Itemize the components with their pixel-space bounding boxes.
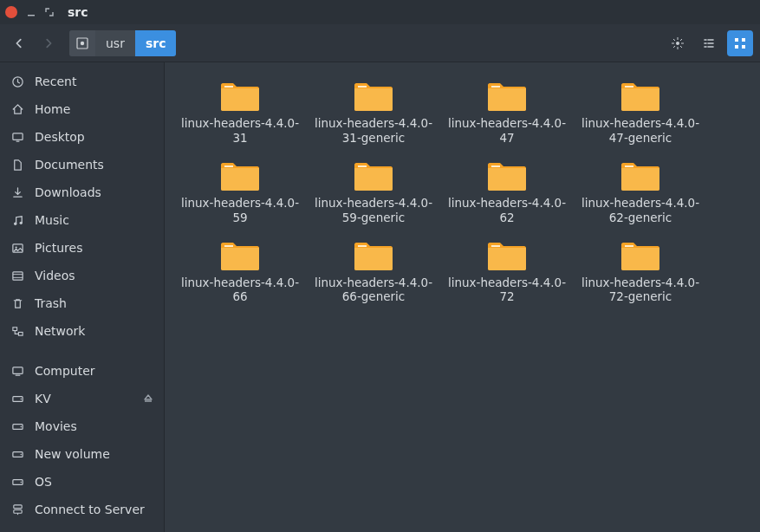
back-button[interactable]: [7, 30, 31, 56]
sidebar-item-label: Network: [35, 324, 85, 338]
folder-item[interactable]: linux-headers-4.4.0-62: [440, 154, 574, 229]
folder-label: linux-headers-4.4.0-66: [175, 276, 305, 305]
sidebar-item-kv[interactable]: KV: [0, 385, 164, 412]
sidebar-item-label: Documents: [35, 158, 104, 172]
sidebar-item-home[interactable]: Home: [0, 95, 164, 123]
folder-item[interactable]: linux-headers-4.4.0-47-generic: [574, 75, 707, 149]
svg-point-11: [19, 221, 22, 224]
folder-label: linux-headers-4.4.0-59: [175, 196, 305, 225]
svg-rect-17: [12, 367, 22, 373]
location-toggle-button[interactable]: [665, 30, 691, 56]
forward-button[interactable]: [36, 30, 61, 56]
folder-item[interactable]: linux-headers-4.4.0-72: [440, 234, 574, 308]
clock-icon: [10, 75, 24, 88]
maximize-icon[interactable]: [45, 8, 54, 16]
svg-rect-14: [12, 271, 22, 279]
window-title: src: [68, 5, 88, 19]
folder-icon: [219, 78, 261, 113]
toolbar: usr src: [0, 24, 760, 62]
sidebar-item-label: Desktop: [35, 130, 85, 144]
sidebar: Recent Home Desktop Documents Downloads …: [0, 62, 165, 532]
sidebar-item-network[interactable]: Network: [0, 317, 164, 345]
sidebar-item-label: Videos: [35, 269, 75, 282]
folder-label: linux-headers-4.4.0-31: [175, 116, 305, 146]
folder-item[interactable]: linux-headers-4.4.0-72-generic: [574, 234, 707, 308]
svg-rect-27: [13, 509, 21, 513]
drive-icon: [10, 448, 24, 461]
folder-icon: [353, 158, 394, 192]
folder-item[interactable]: linux-headers-4.4.0-66-generic: [307, 234, 440, 308]
sidebar-item-connect-server[interactable]: Connect to Server: [0, 496, 164, 523]
minimize-icon[interactable]: [26, 7, 36, 17]
svg-rect-26: [13, 504, 21, 508]
sidebar-item-downloads[interactable]: Downloads: [0, 178, 164, 206]
folder-label: linux-headers-4.4.0-62: [442, 196, 572, 225]
svg-rect-7: [742, 45, 745, 49]
sidebar-item-label: Music: [35, 213, 69, 227]
sidebar-item-desktop[interactable]: Desktop: [0, 123, 164, 151]
sidebar-item-label: OS: [35, 475, 52, 489]
folder-icon: [620, 78, 661, 113]
sidebar-item-label: Pictures: [35, 241, 82, 255]
breadcrumb-usr[interactable]: usr: [95, 30, 135, 56]
sidebar-item-documents[interactable]: Documents: [0, 151, 164, 178]
folder-icon: [353, 237, 394, 272]
folder-label: linux-headers-4.4.0-72-generic: [575, 276, 705, 305]
sidebar-item-label: New volume: [35, 447, 110, 461]
desktop-icon: [10, 131, 24, 144]
folder-label: linux-headers-4.4.0-47-generic: [575, 116, 705, 146]
downloads-icon: [10, 186, 24, 199]
drive-icon: [10, 420, 24, 433]
titlebar: src: [0, 0, 760, 24]
svg-point-19: [20, 398, 22, 399]
svg-rect-0: [28, 15, 35, 16]
drive-icon: [10, 476, 24, 489]
folder-item[interactable]: linux-headers-4.4.0-31-generic: [307, 75, 440, 149]
sidebar-item-label: Home: [35, 102, 70, 116]
svg-point-25: [20, 481, 22, 483]
computer-icon: [10, 365, 24, 378]
folder-item[interactable]: linux-headers-4.4.0-31: [173, 75, 307, 149]
trash-icon: [10, 297, 24, 310]
sidebar-item-recent[interactable]: Recent: [0, 68, 164, 95]
folder-icon: [620, 158, 661, 192]
breadcrumb-root[interactable]: [69, 30, 95, 56]
eject-icon[interactable]: [143, 393, 153, 404]
svg-point-2: [81, 41, 84, 44]
folder-icon: [486, 158, 528, 192]
breadcrumb: usr src: [69, 30, 176, 56]
sidebar-item-movies[interactable]: Movies: [0, 412, 164, 440]
sidebar-item-trash[interactable]: Trash: [0, 289, 164, 317]
svg-rect-16: [18, 332, 23, 335]
folder-item[interactable]: linux-headers-4.4.0-66: [173, 234, 307, 308]
sidebar-item-newvolume[interactable]: New volume: [0, 440, 164, 468]
icon-grid: linux-headers-4.4.0-31linux-headers-4.4.…: [173, 75, 751, 308]
sidebar-item-label: Computer: [35, 364, 95, 378]
sidebar-item-os[interactable]: OS: [0, 468, 164, 496]
folder-icon: [219, 237, 261, 272]
videos-icon: [10, 269, 24, 282]
folder-item[interactable]: linux-headers-4.4.0-59: [173, 154, 307, 229]
sidebar-item-pictures[interactable]: Pictures: [0, 234, 164, 262]
content-area: linux-headers-4.4.0-31linux-headers-4.4.…: [165, 62, 760, 532]
music-icon: [10, 214, 24, 227]
folder-item[interactable]: linux-headers-4.4.0-59-generic: [307, 154, 440, 229]
folder-label: linux-headers-4.4.0-72: [442, 276, 572, 305]
folder-item[interactable]: linux-headers-4.4.0-62-generic: [574, 154, 707, 229]
icon-view-button[interactable]: [727, 30, 753, 56]
close-icon[interactable]: [5, 6, 17, 18]
network-icon: [10, 325, 24, 338]
svg-point-23: [20, 453, 22, 455]
sidebar-item-computer[interactable]: Computer: [0, 357, 164, 385]
folder-icon: [219, 158, 261, 192]
svg-point-21: [20, 425, 22, 427]
svg-rect-6: [735, 45, 738, 49]
sidebar-item-videos[interactable]: Videos: [0, 262, 164, 289]
folder-item[interactable]: linux-headers-4.4.0-47: [440, 75, 574, 149]
svg-point-3: [676, 42, 679, 45]
breadcrumb-src[interactable]: src: [135, 30, 177, 56]
folder-label: linux-headers-4.4.0-59-generic: [309, 196, 438, 225]
list-view-button[interactable]: [696, 30, 722, 56]
sidebar-item-music[interactable]: Music: [0, 206, 164, 234]
sidebar-item-label: Movies: [35, 419, 77, 433]
